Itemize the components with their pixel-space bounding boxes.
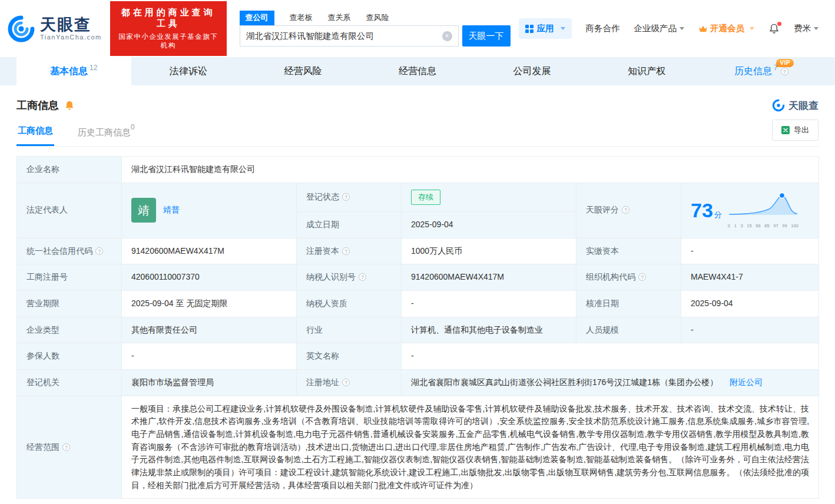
legal-rep-value: 靖 靖普	[122, 183, 297, 238]
tab-history-info-count: 7	[774, 64, 778, 72]
promo-banner: 都在用的商业查询工具 国家中小企业发展子基金旗下机构	[110, 1, 227, 56]
search-input-wrap: ×	[240, 25, 459, 47]
tab-operation-risk-label: 经营风险	[284, 65, 322, 78]
insured-count-value: -	[122, 343, 297, 370]
notification-red-dot	[777, 22, 781, 26]
staff-size-label: 人员规模	[576, 317, 681, 343]
clear-search-icon[interactable]: ×	[442, 31, 452, 41]
paid-capital-label: 实缴资本	[576, 238, 681, 264]
search-tab-boss[interactable]: 查老板	[290, 12, 313, 25]
menu-business-cooperation[interactable]: 商务合作	[586, 23, 620, 34]
tab-history-info[interactable]: VIP 历史信息 7 ?	[704, 57, 819, 85]
notification-bell-icon[interactable]	[768, 23, 780, 34]
reg-status-value: 存续	[402, 183, 576, 211]
paid-capital-value: -	[681, 238, 819, 264]
legal-rep-name-link[interactable]: 靖普	[163, 204, 180, 217]
industry-label: 行业	[297, 317, 402, 343]
staff-size-value: -	[681, 317, 819, 343]
legal-rep-label: 法定代表人	[17, 183, 122, 238]
help-icon[interactable]: ?	[62, 443, 70, 451]
help-icon[interactable]: ?	[342, 193, 350, 201]
industry-value: 计算机、通信和其他电子设备制造业	[402, 317, 576, 343]
credit-code-label: 统一社会信用代码?	[17, 238, 122, 264]
score-axis-tick: 0	[728, 223, 730, 230]
score-curve	[728, 191, 798, 218]
crown-icon	[698, 25, 708, 33]
tab-history-info-label: 历史信息	[734, 65, 772, 78]
taxpayer-qualification-label: 纳税人资质	[297, 290, 402, 317]
logo-swirl-icon	[772, 99, 785, 112]
org-code-value: MAEW4X41-7	[681, 264, 819, 291]
taxpayer-id-value: 91420600MAEW4X417M	[402, 264, 576, 291]
credit-code-value: 91420600MAEW4X417M	[122, 238, 297, 264]
row-reg-authority: 登记机关 襄阳市市场监督管理局 注册地址? 湖北省襄阳市襄城区真武山街道张公祠社…	[17, 369, 819, 396]
approval-date-value: 2025-09-04	[681, 290, 819, 317]
subtab-history-business-info[interactable]: 历史工商信息0	[77, 121, 136, 146]
subtab-history-label: 历史工商信息	[78, 127, 131, 137]
export-button[interactable]: 导出	[772, 120, 819, 141]
nearby-companies-link[interactable]: 附近公司	[730, 377, 763, 387]
search-tab-company[interactable]: 查公司	[240, 11, 274, 25]
reg-number-value: 420600110007370	[122, 264, 297, 291]
establish-date-value: 2025-09-04	[402, 211, 576, 238]
business-scope-value: 一般项目：承接总公司工程建设业务,计算机软硬件及外围设备制造,计算机软硬件及辅助…	[122, 396, 819, 499]
score-axis-tick: 99	[782, 223, 787, 230]
score-axis-tick: 3	[740, 223, 743, 230]
taxpayer-id-label: 纳税人识别号?	[297, 264, 402, 291]
english-name-label: 英文名称	[297, 343, 402, 370]
help-icon[interactable]: ?	[95, 247, 103, 255]
help-icon[interactable]: ?	[622, 206, 629, 214]
company-type-label: 企业类型	[17, 317, 122, 343]
menu-open-vip[interactable]: 开通会员	[698, 23, 754, 34]
search-tab-relation[interactable]: 查关系	[328, 12, 351, 25]
business-scope-label: 经营范围?	[17, 396, 122, 499]
company-search-input[interactable]	[246, 31, 442, 41]
brand-watermark-label: 天眼查	[788, 99, 819, 112]
row-company-name: 企业名称 湖北省汉江科讯智能建造有限公司	[17, 157, 819, 183]
brand-watermark: 天眼查	[772, 99, 819, 112]
logo-swirl-icon	[7, 15, 35, 43]
tab-intellectual-property[interactable]: 知识产权	[589, 57, 704, 85]
tab-operation-info[interactable]: 经营信息	[360, 57, 475, 85]
main-content: 工商信息 天眼查 工商信息 历史工商信息0 导出	[0, 98, 835, 499]
section-title: 工商信息	[16, 98, 59, 112]
tab-company-development[interactable]: 公司发展	[475, 57, 589, 85]
help-icon[interactable]: ?	[638, 273, 646, 281]
menu-vip-label: 开通会员	[710, 23, 744, 34]
score-axis-tick: 85	[764, 223, 769, 230]
tianyancha-logo[interactable]: 天眼查 TianYanCha.com	[7, 15, 102, 43]
tab-basic-info[interactable]: 基本信息 12	[16, 57, 131, 85]
menu-enterprise-label: 企业级产品	[634, 23, 677, 34]
row-legal-rep: 法定代表人 靖 靖普 登记状态? 存续 天眼评分?	[17, 183, 819, 211]
user-menu[interactable]: 费米	[794, 23, 819, 34]
help-icon[interactable]: ?	[359, 273, 366, 281]
help-icon[interactable]: ?	[342, 379, 350, 386]
excel-icon	[781, 126, 790, 134]
help-icon[interactable]: ?	[781, 68, 788, 75]
promo-line1: 都在用的商业查询工具	[118, 7, 219, 29]
subscribe-bell-icon[interactable]	[64, 100, 75, 111]
tab-legal-lawsuits[interactable]: 法律诉讼	[131, 57, 246, 85]
search-tab-risk[interactable]: 查风险	[366, 12, 389, 25]
apps-grid-icon	[525, 25, 534, 33]
legal-rep-avatar[interactable]: 靖	[131, 198, 156, 223]
search-area: 查公司 查老板 查关系 查风险 × 天眼一下	[240, 11, 511, 47]
help-icon[interactable]: ?	[342, 247, 350, 255]
reg-status-label: 登记状态?	[297, 183, 402, 211]
apps-menu-button[interactable]: 应用	[519, 18, 572, 39]
subtab-business-info[interactable]: 工商信息	[16, 121, 54, 146]
tab-basic-info-label: 基本信息	[50, 65, 88, 78]
reg-address-value: 湖北省襄阳市襄城区真武山街道张公祠社区胜利街176号汉江城建1栋（集团办公楼） …	[402, 369, 819, 396]
tab-intellectual-property-label: 知识产权	[628, 65, 665, 78]
approval-date-label: 核准日期	[576, 290, 681, 317]
search-button[interactable]: 天眼一下	[462, 25, 511, 47]
score-marker-dot	[779, 193, 784, 198]
score-box[interactable]: 73 分 0 1 3	[691, 191, 809, 229]
subtabs-row: 工商信息 历史工商信息0 导出	[16, 120, 819, 147]
business-term-value: 2025-09-04 至 无固定期限	[122, 290, 297, 317]
top-header: 天眼查 TianYanCha.com 都在用的商业查询工具 国家中小企业发展子基…	[0, 0, 835, 57]
menu-enterprise-products[interactable]: 企业级产品	[634, 23, 685, 34]
reg-number-label: 工商注册号	[17, 264, 122, 291]
tab-operation-risk[interactable]: 经营风险	[246, 57, 360, 85]
logo-subtitle: TianYanCha.com	[40, 34, 102, 41]
